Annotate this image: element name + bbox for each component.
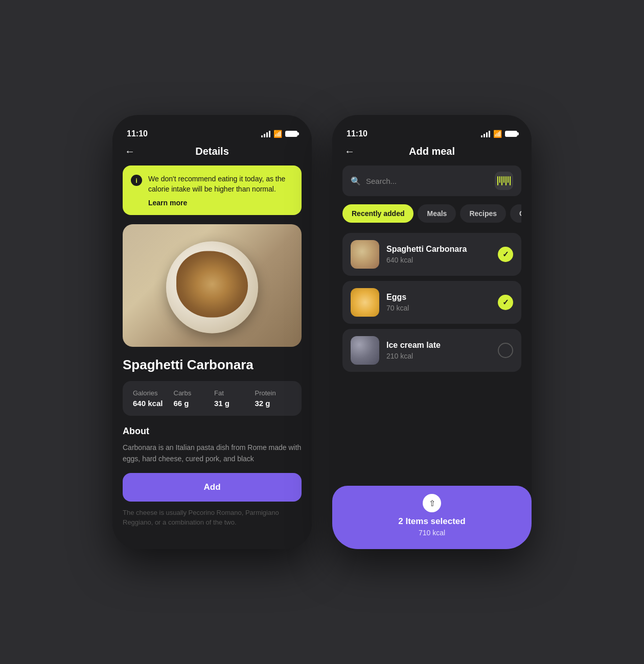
details-header: ← Details <box>112 140 312 165</box>
nutrition-grid: Galories 640 kcal Carbs 66 g Fat 31 g Pr… <box>123 381 302 416</box>
filter-tabs: Recently added Meals Recipes Cu <box>342 204 521 223</box>
food-image <box>123 224 302 347</box>
barcode-button[interactable] <box>495 172 513 190</box>
meal-check-icecream[interactable] <box>498 343 513 358</box>
back-button-left[interactable]: ← <box>125 146 135 157</box>
bottom-bar: ⇧ 2 Items selected 710 kcal <box>332 486 532 549</box>
signal-bars-right <box>481 130 490 137</box>
status-time-left: 11:10 <box>127 129 148 138</box>
meal-item-eggs[interactable]: Eggs 70 kcal ✓ <box>342 281 521 324</box>
add-meal-title: Add meal <box>409 146 455 157</box>
battery-icon-right <box>505 131 517 137</box>
meal-item-carbonara[interactable]: Spaghetti Carbonara 640 kcal ✓ <box>342 233 521 276</box>
tab-recently-added[interactable]: Recently added <box>342 204 413 223</box>
wifi-icon-right: 📶 <box>493 130 502 138</box>
fat-value: 31 g <box>214 399 251 408</box>
meal-name-icecream: Ice cream late <box>386 341 491 350</box>
carbs-value: 66 g <box>174 399 211 408</box>
meal-info-eggs: Eggs 70 kcal <box>386 293 491 312</box>
protein-value: 32 g <box>255 399 292 408</box>
warning-text: We don't recommend eating it today, as t… <box>148 174 293 208</box>
add-button[interactable]: Add <box>123 473 302 502</box>
chevron-up-icon: ⇧ <box>429 499 435 508</box>
details-title: Details <box>195 146 229 157</box>
search-icon: 🔍 <box>351 176 361 186</box>
add-meal-phone: 11:10 📶 ← Add meal 🔍 Search... Recent <box>332 115 532 549</box>
protein-label: Protein <box>255 389 292 397</box>
pasta-visual <box>176 251 248 317</box>
meal-kcal-eggs: 70 kcal <box>386 304 491 312</box>
meal-thumb-eggs <box>351 288 379 317</box>
details-content: i We don't recommend eating it today, as… <box>112 165 312 528</box>
calories-label: Galories <box>133 389 170 397</box>
meal-kcal-carbonara: 640 kcal <box>386 256 491 264</box>
fat-label: Fat <box>214 389 251 397</box>
status-time-right: 11:10 <box>347 129 367 138</box>
nutrition-protein: Protein 32 g <box>255 389 292 408</box>
items-selected-label: 2 Items selected <box>348 516 516 527</box>
total-kcal-label: 710 kcal <box>348 529 516 537</box>
signal-bars-left <box>261 130 270 137</box>
info-icon: i <box>131 175 142 186</box>
meal-kcal-icecream: 210 kcal <box>386 352 491 360</box>
details-phone: 11:10 📶 ← Details i We don't recommend e… <box>112 115 312 549</box>
add-meal-content: 🔍 Search... Recently added Meals Recipes… <box>332 165 532 372</box>
battery-icon-left <box>285 131 297 137</box>
expand-button[interactable]: ⇧ <box>423 494 441 512</box>
search-bar[interactable]: 🔍 Search... <box>342 165 521 196</box>
nutrition-calories: Galories 640 kcal <box>133 389 170 408</box>
warning-banner: i We don't recommend eating it today, as… <box>123 165 302 215</box>
meal-info-icecream: Ice cream late 210 kcal <box>386 341 491 360</box>
tab-recipes[interactable]: Recipes <box>460 204 506 223</box>
meal-name-carbonara: Spaghetti Carbonara <box>386 245 491 254</box>
about-section: About Carbonara is an Italian pasta dish… <box>123 426 302 465</box>
about-text: Carbonara is an Italian pasta dish from … <box>123 442 302 465</box>
checkmark-carbonara: ✓ <box>502 250 509 259</box>
nutrition-fat: Fat 31 g <box>214 389 251 408</box>
meal-thumb-icecream <box>351 336 379 365</box>
meal-check-eggs[interactable]: ✓ <box>498 295 513 310</box>
meal-name-eggs: Eggs <box>386 293 491 302</box>
checkmark-eggs: ✓ <box>502 298 509 307</box>
status-icons-left: 📶 <box>261 130 297 138</box>
search-input[interactable]: Search... <box>366 177 490 185</box>
meal-check-carbonara[interactable]: ✓ <box>498 247 513 262</box>
about-text-continued: The cheese is usually Pecorino Romano, P… <box>123 508 302 528</box>
nutrition-carbs: Carbs 66 g <box>174 389 211 408</box>
meal-item-icecream[interactable]: Ice cream late 210 kcal <box>342 329 521 372</box>
status-bar-right: 11:10 📶 <box>332 125 532 140</box>
status-icons-right: 📶 <box>481 130 517 138</box>
status-bar-left: 11:10 📶 <box>112 125 312 140</box>
tab-meals[interactable]: Meals <box>418 204 456 223</box>
barcode-icon <box>497 176 511 185</box>
calories-value: 640 kcal <box>133 399 170 408</box>
carbs-label: Carbs <box>174 389 211 397</box>
food-title: Spaghetti Carbonara <box>123 357 302 373</box>
tab-custom[interactable]: Cu <box>510 204 521 223</box>
meal-info-carbonara: Spaghetti Carbonara 640 kcal <box>386 245 491 264</box>
wifi-icon-left: 📶 <box>273 130 282 138</box>
back-button-right[interactable]: ← <box>344 146 355 157</box>
meal-list: Spaghetti Carbonara 640 kcal ✓ Eggs 70 k… <box>342 233 521 372</box>
learn-more-link[interactable]: Learn more <box>148 198 293 208</box>
about-title: About <box>123 426 302 437</box>
add-meal-header: ← Add meal <box>332 140 532 165</box>
meal-thumb-carbonara <box>351 240 379 269</box>
